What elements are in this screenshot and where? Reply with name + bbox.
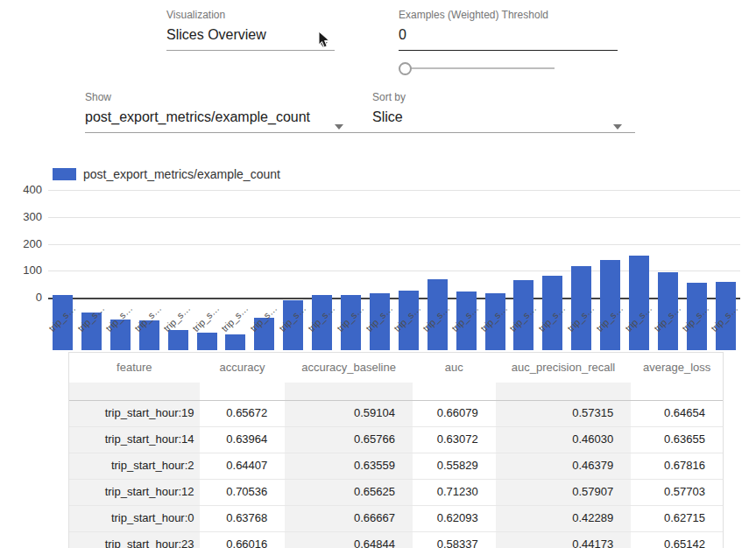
bar-example-count[interactable] [225,334,245,350]
metric-value-cell: 0.64407 [200,453,286,479]
table-row[interactable]: trip_start_hour:00.637680.666670.620930.… [69,506,723,532]
metric-value-cell: 0.46030 [496,427,632,453]
metric-value-cell: 0.62715 [631,506,723,531]
feature-cell: trip_start_hour:2 [69,453,200,479]
table-row[interactable]: trip_start_hour:120.705360.656250.712300… [69,480,723,506]
feature-cell: trip_start_hour:19 [69,401,200,426]
table-row[interactable]: trip_start_hour:190.656720.591040.660790… [69,401,723,427]
metric-value-cell: 0.71230 [413,480,496,505]
metric-value-cell: 0.63559 [285,453,413,479]
subheader-cell [200,383,286,400]
metric-value-cell: 0.67816 [631,453,723,479]
y-axis-tick-label: 100 [12,263,42,277]
metric-value-cell: 0.42289 [496,506,632,531]
table-row[interactable]: trip_start_hour:140.639640.657660.630720… [69,427,723,453]
table-header-row: featureaccuracyaccuracy_baselineaucauc_p… [69,353,723,383]
metric-value-cell: 0.57315 [496,401,632,426]
y-axis-tick-label: 0 [12,291,42,304]
subheader-cell [631,383,723,400]
metric-value-cell: 0.44173 [496,532,632,548]
metric-value-cell: 0.66667 [285,506,413,531]
column-header-auc_precision_recall[interactable]: auc_precision_recall [496,353,632,383]
column-header-auc[interactable]: auc [413,353,496,383]
mouse-cursor [318,31,331,49]
subheader-cell [496,383,632,400]
bar-example-count[interactable] [168,330,188,350]
feature-cell: trip_start_hour:14 [69,427,200,453]
metric-value-cell: 0.62093 [413,506,496,531]
x-axis-tick-label: trip_s… [190,303,221,334]
metric-value-cell: 0.66016 [200,532,286,548]
subheader-cell [413,383,496,400]
column-header-feature[interactable]: feature [69,353,200,383]
subheader-cell [285,383,413,400]
gridline [48,244,740,245]
metric-value-cell: 0.63768 [200,506,286,531]
feature-cell: trip_start_hour:23 [69,532,200,548]
metric-value-cell: 0.65766 [285,427,413,453]
bar-example-count[interactable] [197,333,217,350]
column-header-average_loss[interactable]: average_loss [631,353,723,383]
metric-value-cell: 0.58337 [413,532,496,548]
subheader-cell [69,383,200,400]
metric-value-cell: 0.59104 [285,401,413,426]
metric-value-cell: 0.65625 [285,480,413,505]
feature-cell: trip_start_hour:12 [69,480,200,505]
metric-value-cell: 0.55829 [413,453,496,479]
metric-value-cell: 0.57907 [496,480,632,505]
metric-value-cell: 0.66079 [413,401,496,426]
table-row[interactable]: trip_start_hour:20.644070.635590.558290.… [69,453,723,480]
feature-cell: trip_start_hour:0 [69,506,200,531]
metrics-table: featureaccuracyaccuracy_baselineaucauc_p… [68,352,724,548]
metric-value-cell: 0.64654 [631,401,723,426]
column-header-accuracy[interactable]: accuracy [200,353,286,383]
x-axis-tick-label: trip_s… [219,303,250,334]
tfma-slices-overview: Visualization Slices Overview Examples (… [0,0,756,548]
table-row[interactable]: trip_start_hour:230.660160.648440.583370… [69,532,723,548]
metric-value-cell: 0.46379 [496,453,632,479]
example-count-bar-chart: 0100200300400trip_s…trip_s…trip_s…trip_s… [0,0,756,350]
metric-value-cell: 0.57703 [631,480,723,505]
x-axis-tick-label: trip_s… [161,303,192,334]
y-axis-tick-label: 200 [12,237,42,250]
metric-value-cell: 0.65672 [200,401,286,426]
column-header-accuracy_baseline[interactable]: accuracy_baseline [285,353,413,383]
metric-value-cell: 0.63964 [200,427,286,453]
metric-value-cell: 0.65142 [631,532,723,548]
gridline [48,217,740,218]
metric-value-cell: 0.63072 [413,427,496,453]
table-subheader-row [69,383,723,401]
y-axis-tick-label: 300 [12,210,42,223]
y-axis-tick-label: 400 [12,183,42,196]
metric-value-cell: 0.70536 [200,480,286,505]
metric-value-cell: 0.63655 [631,427,723,453]
metric-value-cell: 0.64844 [285,532,413,548]
gridline [48,190,740,191]
